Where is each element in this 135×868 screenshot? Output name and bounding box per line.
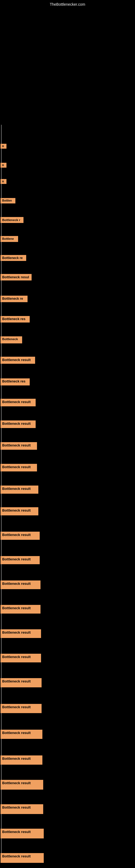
bottleneck-result-label: Bottleneck result	[1, 357, 35, 364]
bottleneck-result-label: Bottleneck result	[1, 399, 36, 406]
bottleneck-result-label: Bottleneck result	[1, 581, 41, 589]
site-title: TheBottlenecker.com	[50, 2, 85, 6]
bottleneck-result-label: Bottleneck res	[1, 378, 30, 385]
bottleneck-result-label: B	[1, 144, 6, 149]
bottleneck-result-label: Bottleneck result	[1, 464, 37, 471]
vertical-axis-line	[1, 125, 2, 863]
bottleneck-result-label: Bottleneck re	[1, 296, 28, 302]
bottleneck-result-label: Bottleneck result	[1, 486, 38, 494]
bottleneck-result-label: Bottleneck result	[1, 421, 36, 428]
bottleneck-result-label: Bottleneck result	[1, 829, 44, 838]
bottleneck-result-label: Bottleneck res	[1, 316, 30, 322]
bottleneck-result-label: Bottleneck result	[1, 605, 41, 614]
bottleneck-result-label: Bottleneck resul	[1, 274, 32, 280]
bottleneck-result-label: Bottleneck result	[1, 629, 41, 638]
bottleneck-result-label: Bottleneck result	[1, 853, 44, 863]
bottleneck-result-label: Bottleneck result	[1, 780, 43, 789]
bottleneck-result-label: Bottleneck r	[1, 217, 24, 223]
bottleneck-result-label: Bottleneck result	[1, 755, 42, 765]
bottleneck-result-label: B	[1, 179, 6, 184]
bottleneck-result-label: Bottleneck re	[1, 255, 26, 261]
bottleneck-result-label: Bottleneck	[1, 336, 22, 343]
bottleneck-result-label: Bottleneck result	[1, 654, 41, 662]
bottleneck-result-label: Bottleneck result	[1, 804, 43, 814]
bottleneck-result-label: Bottleneck result	[1, 556, 40, 564]
bottleneck-result-label: Bottleneck result	[1, 704, 42, 713]
bottleneck-result-label: Bottleneck result	[1, 507, 38, 516]
bottleneck-result-label: Bottlene	[1, 236, 18, 242]
bottleneck-result-label: Bottleneck result	[1, 442, 37, 450]
bottleneck-result-label: Bottlen	[1, 198, 15, 204]
bottleneck-result-label: Bottleneck result	[1, 532, 40, 540]
bottleneck-result-label: B	[1, 163, 6, 167]
bottleneck-result-label: Bottleneck result	[1, 730, 42, 739]
bottleneck-result-label: Bottleneck result	[1, 678, 42, 687]
